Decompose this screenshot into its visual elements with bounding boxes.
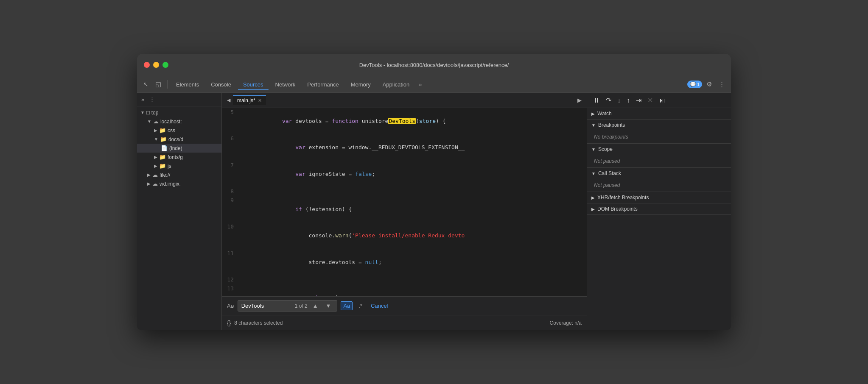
minimize-button[interactable] bbox=[153, 62, 159, 68]
code-line-5: 5 var devtools = function unistoreDevToo… bbox=[222, 108, 587, 134]
line-num-5: 5 bbox=[222, 108, 239, 134]
replace-icon: Aʙ bbox=[227, 303, 234, 309]
tree-arrow-docs: ▼ bbox=[154, 137, 158, 142]
debugger-panel: ⏸ ↷ ↓ ↑ ⇥ ✕ ⏯ ▶ Watch bbox=[587, 93, 731, 330]
tree-item-file[interactable]: ▶ ☁ file:// bbox=[137, 170, 221, 179]
coverage-status: Coverage: n/a bbox=[550, 320, 582, 326]
find-next-button[interactable]: ▼ bbox=[323, 301, 334, 310]
section-breakpoints-label: Breakpoints bbox=[598, 122, 625, 128]
tab-close-button[interactable]: ✕ bbox=[258, 98, 262, 103]
line-content-7: var ignoreState = false; bbox=[239, 161, 375, 187]
section-xhr-header[interactable]: ▶ XHR/fetch Breakpoints bbox=[587, 192, 731, 203]
line-content-13: return store; bbox=[239, 284, 352, 296]
section-breakpoints-header[interactable]: ▼ Breakpoints bbox=[587, 120, 731, 131]
cloud-icon-localhost: ☁ bbox=[153, 118, 159, 125]
tab-network[interactable]: Network bbox=[270, 79, 301, 90]
maximize-button[interactable] bbox=[162, 62, 168, 68]
tree-arrow-css: ▶ bbox=[154, 128, 157, 133]
format-icon[interactable]: {} bbox=[227, 320, 231, 326]
scope-arrow-icon: ▼ bbox=[591, 147, 596, 152]
step-over-button[interactable]: ↷ bbox=[603, 95, 614, 106]
code-line-13: 13 return store; bbox=[222, 284, 587, 296]
line-num-8: 8 bbox=[222, 187, 239, 196]
tree-item-css[interactable]: ▶ 📁 css bbox=[137, 126, 221, 135]
find-regex-button[interactable]: .* bbox=[356, 301, 365, 310]
section-callstack-content: Not paused bbox=[587, 179, 731, 192]
tree-item-fonts[interactable]: ▶ 📁 fonts/g bbox=[137, 153, 221, 161]
titlebar: DevTools - localhost:8080/docs/devtools/… bbox=[137, 54, 731, 76]
section-breakpoints-content: No breakpoints bbox=[587, 131, 731, 143]
tab-performance[interactable]: Performance bbox=[302, 79, 344, 90]
find-prev-button[interactable]: ▲ bbox=[310, 301, 321, 310]
tree-item-index[interactable]: 📄 (inde) bbox=[137, 144, 221, 153]
sidebar-menu-icon[interactable]: ⋮ bbox=[148, 95, 157, 103]
section-callstack-header[interactable]: ▼ Call Stack bbox=[587, 168, 731, 179]
toolbar-separator bbox=[167, 80, 168, 89]
file-tree-sidebar: » ⋮ ▼ □ top ▼ ☁ localhost: ▶ 📁 css bbox=[137, 93, 222, 330]
section-xhr: ▶ XHR/fetch Breakpoints bbox=[587, 192, 731, 203]
find-bar: Aʙ 1 of 2 ▲ ▼ Aa .* Cancel bbox=[222, 296, 587, 315]
tree-arrow-localhost: ▼ bbox=[147, 119, 151, 124]
xhr-arrow-icon: ▶ bbox=[591, 195, 595, 200]
deactivate-breakpoints-button[interactable]: ✕ bbox=[645, 95, 655, 106]
folder-icon-css: 📁 bbox=[159, 127, 166, 134]
dom-arrow-icon: ▶ bbox=[591, 207, 595, 211]
line-num-13: 13 bbox=[222, 284, 239, 296]
editor-tab-main-js[interactable]: main.js* ✕ bbox=[233, 95, 266, 105]
code-line-8: 8 bbox=[222, 187, 587, 196]
pause-button[interactable]: ⏸ bbox=[591, 95, 602, 106]
tab-sources[interactable]: Sources bbox=[238, 79, 269, 90]
tab-elements[interactable]: Elements bbox=[171, 79, 204, 90]
find-case-sensitive-button[interactable]: Aa bbox=[341, 301, 353, 310]
tree-item-docs[interactable]: ▼ 📁 docs/d bbox=[137, 135, 221, 144]
tree-label-wd: wd.imgix. bbox=[160, 181, 181, 187]
section-xhr-label: XHR/fetch Breakpoints bbox=[597, 195, 649, 200]
tree-label-js: js bbox=[168, 163, 171, 169]
select-icon[interactable]: ↖ bbox=[140, 79, 151, 90]
step-out-button[interactable]: ↑ bbox=[624, 95, 633, 106]
settings-icon[interactable]: ⚙ bbox=[704, 79, 714, 90]
section-dom-label: DOM Breakpoints bbox=[597, 206, 638, 212]
search-highlight-1: DevTools bbox=[388, 118, 416, 124]
code-editor[interactable]: 5 var devtools = function unistoreDevToo… bbox=[222, 108, 587, 296]
tab-nav-right[interactable]: ▶ bbox=[576, 96, 583, 104]
find-cancel-button[interactable]: Cancel bbox=[368, 302, 390, 310]
sidebar-more-icon[interactable]: » bbox=[140, 95, 146, 103]
tree-label-css: css bbox=[168, 128, 175, 134]
tabs-more-button[interactable]: » bbox=[416, 80, 424, 89]
step-button[interactable]: ⇥ bbox=[633, 95, 644, 106]
line-num-11: 11 bbox=[222, 249, 239, 275]
tab-console[interactable]: Console bbox=[206, 79, 236, 90]
tree-item-top[interactable]: ▼ □ top bbox=[137, 108, 221, 117]
more-options-icon[interactable]: ⋮ bbox=[716, 79, 728, 90]
notification-badge[interactable]: 💬 1 bbox=[687, 81, 702, 88]
devtools-window: DevTools - localhost:8080/docs/devtools/… bbox=[137, 54, 731, 330]
folder-icon-js: 📁 bbox=[159, 163, 166, 169]
tree-item-wd[interactable]: ▶ ☁ wd.imgix. bbox=[137, 179, 221, 188]
tree-arrow-file: ▶ bbox=[147, 173, 151, 177]
tree-item-js[interactable]: ▶ 📁 js bbox=[137, 161, 221, 170]
section-scope-content: Not paused bbox=[587, 155, 731, 167]
tree-label-file: file:// bbox=[160, 172, 170, 178]
main-content: » ⋮ ▼ □ top ▼ ☁ localhost: ▶ 📁 css bbox=[137, 93, 731, 330]
tab-memory[interactable]: Memory bbox=[346, 79, 376, 90]
close-button[interactable] bbox=[144, 62, 150, 68]
find-input[interactable] bbox=[241, 303, 292, 309]
window-title: DevTools - localhost:8080/docs/devtools/… bbox=[144, 62, 724, 68]
section-watch-header[interactable]: ▶ Watch bbox=[587, 108, 731, 119]
pause-on-exception-button[interactable]: ⏯ bbox=[656, 95, 668, 106]
line-content-6: var extension = window.__REDUX_DEVTOOLS_… bbox=[239, 134, 465, 161]
code-line-11: 11 store.devtools = null; bbox=[222, 249, 587, 275]
device-icon[interactable]: ◱ bbox=[153, 79, 164, 90]
section-dom-header[interactable]: ▶ DOM Breakpoints bbox=[587, 203, 731, 214]
tab-nav-left[interactable]: ◀ bbox=[225, 97, 232, 104]
section-scope-header[interactable]: ▼ Scope bbox=[587, 144, 731, 155]
folder-icon-docs: 📁 bbox=[160, 136, 167, 142]
debug-sections: ▶ Watch ▼ Breakpoints No breakpoints bbox=[587, 108, 731, 330]
tree-label-fonts: fonts/g bbox=[168, 154, 183, 160]
code-line-12: 12 bbox=[222, 275, 587, 284]
step-into-button[interactable]: ↓ bbox=[615, 95, 623, 106]
tree-item-localhost[interactable]: ▼ ☁ localhost: bbox=[137, 117, 221, 126]
tab-application[interactable]: Application bbox=[378, 79, 415, 90]
code-line-7: 7 var ignoreState = false; bbox=[222, 161, 587, 187]
